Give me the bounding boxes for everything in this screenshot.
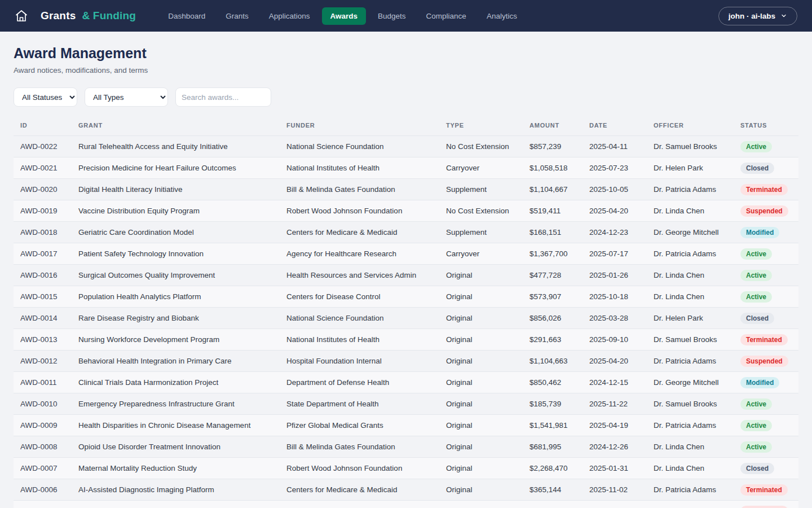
- amount-cell: $573,907: [523, 286, 582, 308]
- officer-cell: Dr. Helen Park: [647, 157, 734, 179]
- grant-cell: Geriatric Care Coordination Model: [72, 222, 280, 243]
- status-cell: Suspended: [734, 501, 798, 508]
- nav-item-dashboard[interactable]: Dashboard: [160, 7, 214, 25]
- type-filter-select[interactable]: All Types: [85, 87, 168, 107]
- table-row[interactable]: AWD-0018 Geriatric Care Coordination Mod…: [14, 222, 798, 243]
- type-cell: Original: [439, 372, 523, 393]
- officer-cell: Dr. Patricia Adams: [647, 501, 734, 508]
- table-row[interactable]: AWD-0016 Surgical Outcomes Quality Impro…: [14, 265, 798, 286]
- amount-cell: $365,144: [523, 479, 582, 501]
- type-cell: Original: [439, 458, 523, 479]
- nav-item-awards[interactable]: Awards: [322, 7, 367, 25]
- award-id-cell: AWD-0017: [14, 243, 72, 265]
- amount-cell: $856,026: [523, 308, 582, 329]
- officer-cell: Dr. Linda Chen: [647, 286, 734, 308]
- nav-item-compliance[interactable]: Compliance: [418, 7, 475, 25]
- grant-cell: Nursing Workforce Development Program: [72, 329, 280, 351]
- table-row[interactable]: AWD-0022 Rural Telehealth Access and Equ…: [14, 136, 798, 157]
- filter-bar: All Statuses All Types: [14, 87, 798, 107]
- award-id-cell: AWD-0012: [14, 351, 72, 372]
- status-badge: Closed: [740, 313, 774, 324]
- grant-cell: Surgical Outcomes Quality Improvement: [72, 265, 280, 286]
- search-awards-input[interactable]: [175, 87, 271, 107]
- grant-cell: Vaccine Distribution Equity Program: [72, 200, 280, 222]
- funder-cell: Centers for Medicare & Medicaid: [280, 222, 439, 243]
- column-header-id: ID: [14, 116, 72, 136]
- type-cell: Original: [439, 415, 523, 436]
- user-menu-label: john · ai-labs: [729, 12, 775, 20]
- funder-cell: Centers for Disease Control: [280, 286, 439, 308]
- status-cell: Closed: [734, 157, 798, 179]
- date-cell: 2025-01-26: [582, 265, 647, 286]
- table-row[interactable]: AWD-0011 Clinical Trials Data Harmonizat…: [14, 372, 798, 393]
- table-row[interactable]: AWD-0005 Community Health Worker Trainin…: [14, 501, 798, 508]
- user-menu-button[interactable]: john · ai-labs: [718, 7, 797, 25]
- funder-cell: National Science Foundation: [280, 136, 439, 157]
- officer-cell: Dr. George Mitchell: [647, 372, 734, 393]
- funder-cell: Department of Defense Health: [280, 372, 439, 393]
- column-header-officer: OFFICER: [647, 116, 734, 136]
- grant-cell: Digital Health Literacy Initiative: [72, 179, 280, 200]
- grant-cell: Population Health Analytics Platform: [72, 286, 280, 308]
- table-row[interactable]: AWD-0010 Emergency Preparedness Infrastr…: [14, 393, 798, 415]
- award-id-cell: AWD-0007: [14, 458, 72, 479]
- table-row[interactable]: AWD-0007 Maternal Mortality Reduction St…: [14, 458, 798, 479]
- amount-cell: $850,462: [523, 372, 582, 393]
- type-cell: Original: [439, 393, 523, 415]
- award-id-cell: AWD-0008: [14, 436, 72, 458]
- column-header-date: DATE: [582, 116, 647, 136]
- grant-cell: Rare Disease Registry and Biobank: [72, 308, 280, 329]
- funder-cell: Hospital Foundation Internal: [280, 351, 439, 372]
- status-cell: Active: [734, 243, 798, 265]
- date-cell: 2025-04-19: [582, 415, 647, 436]
- status-filter-select[interactable]: All Statuses: [14, 87, 77, 107]
- status-badge: Suspended: [740, 506, 788, 508]
- award-id-cell: AWD-0022: [14, 136, 72, 157]
- table-row[interactable]: AWD-0014 Rare Disease Registry and Bioba…: [14, 308, 798, 329]
- status-cell: Active: [734, 415, 798, 436]
- status-badge: Terminated: [740, 184, 788, 195]
- amount-cell: $519,411: [523, 200, 582, 222]
- table-row[interactable]: AWD-0020 Digital Health Literacy Initiat…: [14, 179, 798, 200]
- table-row[interactable]: AWD-0012 Behavioral Health Integration i…: [14, 351, 798, 372]
- nav-item-grants[interactable]: Grants: [217, 7, 257, 25]
- table-row[interactable]: AWD-0015 Population Health Analytics Pla…: [14, 286, 798, 308]
- table-row[interactable]: AWD-0013 Nursing Workforce Development P…: [14, 329, 798, 351]
- table-row[interactable]: AWD-0009 Health Disparities in Chronic D…: [14, 415, 798, 436]
- officer-cell: Dr. Helen Park: [647, 308, 734, 329]
- awards-table-header: IDGRANTFUNDERTYPEAMOUNTDATEOFFICERSTATUS: [14, 116, 798, 136]
- amount-cell: $1,104,667: [523, 179, 582, 200]
- app-logo: Grants & Funding: [41, 10, 136, 22]
- status-cell: Suspended: [734, 200, 798, 222]
- nav-item-applications[interactable]: Applications: [261, 7, 319, 25]
- award-id-cell: AWD-0005: [14, 501, 72, 508]
- home-icon[interactable]: [15, 9, 28, 23]
- table-row[interactable]: AWD-0008 Opioid Use Disorder Treatment I…: [14, 436, 798, 458]
- date-cell: 2024-12-15: [582, 372, 647, 393]
- date-cell: 2025-04-11: [582, 136, 647, 157]
- funder-cell: National Institutes of Health: [280, 329, 439, 351]
- type-cell: Carryover: [439, 243, 523, 265]
- grant-cell: Precision Medicine for Heart Failure Out…: [72, 157, 280, 179]
- table-row[interactable]: AWD-0006 AI-Assisted Diagnostic Imaging …: [14, 479, 798, 501]
- funder-cell: Bill & Melinda Gates Foundation: [280, 179, 439, 200]
- table-row[interactable]: AWD-0017 Patient Safety Technology Innov…: [14, 243, 798, 265]
- nav-item-budgets[interactable]: Budgets: [369, 7, 414, 25]
- status-badge: Modified: [740, 377, 779, 388]
- status-cell: Modified: [734, 222, 798, 243]
- nav-item-analytics[interactable]: Analytics: [478, 7, 526, 25]
- award-management-page: Award Management Award notices, modifica…: [0, 45, 812, 508]
- funder-cell: State Department of Health: [280, 393, 439, 415]
- table-row[interactable]: AWD-0021 Precision Medicine for Heart Fa…: [14, 157, 798, 179]
- funder-cell: National Institutes of Health: [280, 157, 439, 179]
- funder-cell: Robert Wood Johnson Foundation: [280, 200, 439, 222]
- officer-cell: Dr. Samuel Brooks: [647, 136, 734, 157]
- amount-cell: $477,728: [523, 265, 582, 286]
- awards-table: IDGRANTFUNDERTYPEAMOUNTDATEOFFICERSTATUS…: [14, 116, 798, 508]
- amount-cell: $1,541,981: [523, 415, 582, 436]
- type-cell: Original: [439, 436, 523, 458]
- officer-cell: Dr. Samuel Brooks: [647, 393, 734, 415]
- type-cell: Carryover: [439, 157, 523, 179]
- table-row[interactable]: AWD-0019 Vaccine Distribution Equity Pro…: [14, 200, 798, 222]
- app-logo-primary: Grants: [41, 10, 76, 21]
